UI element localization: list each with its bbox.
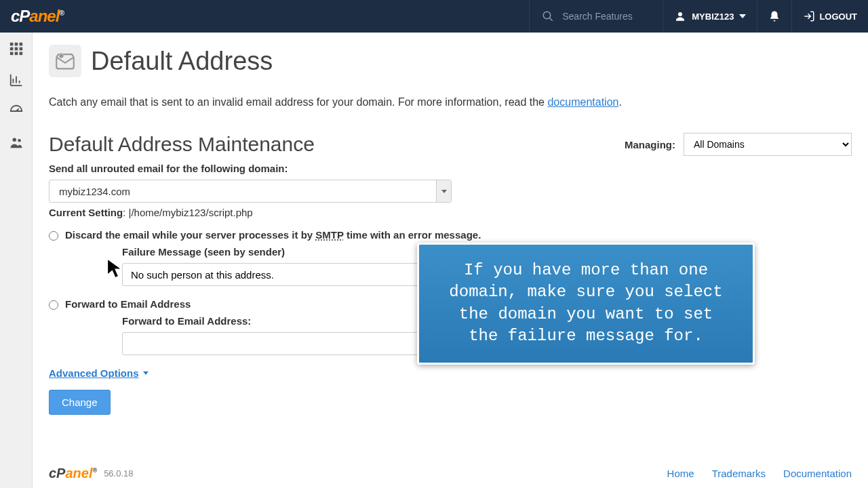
instructional-callout: If you have more than one domain, make s… bbox=[417, 243, 755, 365]
sidebar-dashboard-icon[interactable] bbox=[8, 103, 24, 119]
chevron-down-icon bbox=[739, 14, 746, 18]
discard-radio[interactable] bbox=[49, 231, 58, 241]
page-icon: @ bbox=[49, 45, 81, 77]
domain-field-label: Send all unrouted email for the followin… bbox=[49, 163, 852, 174]
user-icon bbox=[674, 10, 686, 22]
cpanel-logo[interactable]: cPanel® bbox=[11, 7, 64, 26]
chevron-down-icon bbox=[436, 180, 451, 202]
svg-rect-3 bbox=[9, 43, 13, 46]
logout-icon bbox=[803, 10, 815, 22]
domain-select[interactable]: mybiz1234.com bbox=[49, 180, 452, 203]
caret-down-icon bbox=[143, 371, 149, 375]
managing-select[interactable]: All Domains bbox=[684, 133, 852, 156]
svg-rect-6 bbox=[9, 47, 13, 51]
section-title: Default Address Maintenance bbox=[49, 133, 625, 156]
svg-rect-4 bbox=[14, 43, 18, 46]
svg-point-2 bbox=[678, 12, 682, 16]
documentation-link[interactable]: documentation bbox=[547, 96, 618, 108]
sidebar-stats-icon[interactable] bbox=[8, 72, 24, 88]
search-section bbox=[529, 0, 663, 33]
page-title: Default Address bbox=[91, 47, 273, 76]
forward-radio[interactable] bbox=[49, 300, 58, 310]
sidebar-apps-icon[interactable] bbox=[8, 41, 24, 57]
svg-rect-10 bbox=[14, 52, 18, 56]
svg-line-1 bbox=[550, 18, 553, 21]
svg-rect-8 bbox=[19, 47, 22, 51]
svg-rect-11 bbox=[19, 52, 22, 56]
svg-point-19 bbox=[18, 139, 21, 142]
svg-text:@: @ bbox=[60, 54, 62, 58]
svg-rect-5 bbox=[19, 43, 22, 46]
bell-icon bbox=[768, 10, 781, 22]
svg-point-18 bbox=[12, 138, 16, 142]
logout-button[interactable]: LOGOUT bbox=[791, 0, 857, 33]
intro-text: Catch any email that is sent to an inval… bbox=[49, 96, 852, 108]
sidebar-users-icon[interactable] bbox=[8, 134, 24, 150]
logout-label: LOGOUT bbox=[819, 12, 857, 22]
username-label: MYBIZ123 bbox=[692, 12, 734, 22]
svg-rect-9 bbox=[9, 52, 13, 56]
search-icon bbox=[542, 10, 554, 22]
managing-label: Managing: bbox=[625, 139, 675, 150]
current-setting: Current Setting: |/home/mybiz123/script.… bbox=[49, 207, 852, 218]
change-button[interactable]: Change bbox=[49, 390, 111, 415]
svg-point-0 bbox=[544, 12, 551, 19]
svg-rect-7 bbox=[14, 47, 18, 51]
advanced-options-toggle[interactable]: Advanced Options bbox=[49, 367, 149, 379]
user-menu[interactable]: MYBIZ123 bbox=[663, 0, 757, 33]
domain-select-value: mybiz1234.com bbox=[59, 186, 130, 197]
sidebar bbox=[0, 33, 33, 415]
search-input[interactable] bbox=[562, 11, 650, 22]
top-header: cPanel® MYBIZ123 LOGOUT bbox=[0, 0, 868, 33]
notifications-button[interactable] bbox=[757, 0, 791, 33]
discard-radio-label[interactable]: Discard the email while your server proc… bbox=[65, 229, 481, 241]
forward-radio-label[interactable]: Forward to Email Address bbox=[65, 298, 191, 310]
